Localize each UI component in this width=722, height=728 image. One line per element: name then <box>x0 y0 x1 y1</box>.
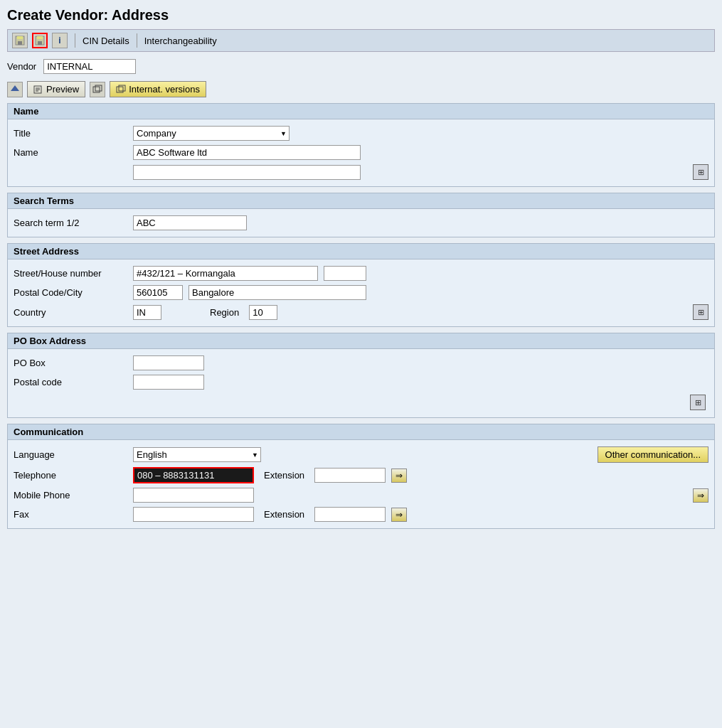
telephone-arrow-btn[interactable]: ⇒ <box>391 469 407 483</box>
mobile-row: Mobile Phone ⇒ <box>14 486 708 505</box>
svg-rect-11 <box>93 87 100 92</box>
action-bar: Preview Internat. versions <box>7 81 715 97</box>
fax-extension-input[interactable] <box>314 507 386 522</box>
title-row: Title Company Mr. Mrs. Dr. <box>14 124 708 143</box>
communication-header: Communication <box>8 424 714 440</box>
extension-input-tel[interactable] <box>314 468 386 483</box>
search-term-row: Search term 1/2 <box>14 213 708 232</box>
telephone-row: Telephone Extension ⇒ <box>14 465 708 486</box>
extension-label-tel: Extension <box>264 470 304 481</box>
name-section-body: Title Company Mr. Mrs. Dr. Name ⊞ <box>8 119 714 186</box>
internat-icon <box>116 85 126 95</box>
vendor-row: Vendor <box>7 59 715 74</box>
search-terms-header: Search Terms <box>8 193 714 209</box>
search-term-input[interactable] <box>133 215 247 230</box>
po-box-label: PO Box <box>14 358 127 368</box>
street-house-input[interactable] <box>324 266 366 281</box>
svg-marker-6 <box>11 85 19 91</box>
language-label: Language <box>14 449 127 460</box>
search-terms-section: Search Terms Search term 1/2 <box>7 193 715 237</box>
nav-icon[interactable] <box>7 82 23 97</box>
street-row: Street/House number <box>14 264 708 283</box>
communication-section: Communication Language English German Fr… <box>7 424 715 529</box>
communication-body: Language English German French Other com… <box>8 440 714 528</box>
toolbar-separator <box>75 33 75 48</box>
street-label: Street/House number <box>14 268 127 279</box>
search-terms-body: Search term 1/2 <box>8 209 714 237</box>
vendor-input[interactable] <box>43 59 136 74</box>
icon2[interactable] <box>90 82 105 97</box>
svg-rect-13 <box>117 87 123 92</box>
preview-label: Preview <box>46 84 79 95</box>
title-select-wrapper[interactable]: Company Mr. Mrs. Dr. <box>133 126 290 141</box>
main-container: Create Vendor: Address i CIN Details Int… <box>0 0 722 728</box>
preview-icon <box>33 85 43 95</box>
other-communication-button[interactable]: Other communication... <box>598 446 708 463</box>
name-section: Name Title Company Mr. Mrs. Dr. Name <box>7 103 715 187</box>
name-row: Name <box>14 143 708 162</box>
postal-code-po-input[interactable] <box>133 375 204 390</box>
fax-label: Fax <box>14 509 127 520</box>
region-input[interactable] <box>249 305 277 320</box>
name-input-2[interactable] <box>133 165 361 180</box>
fax-arrow-btn[interactable]: ⇒ <box>391 508 407 522</box>
svg-rect-1 <box>17 36 23 39</box>
postal-city-label: Postal Code/City <box>14 287 127 298</box>
postal-code-input[interactable] <box>133 285 183 300</box>
telephone-label: Telephone <box>14 470 127 481</box>
postal-code-row: Postal code <box>14 373 708 392</box>
telephone-input[interactable] <box>133 467 254 483</box>
street-address-body: Street/House number Postal Code/City Cou… <box>8 259 714 326</box>
info-icon[interactable]: i <box>52 33 68 48</box>
po-box-row: PO Box <box>14 353 708 373</box>
po-box-expand-row: ⊞ <box>14 392 708 413</box>
interchangeability-menu[interactable]: Interchangeability <box>144 36 217 46</box>
mobile-arrow-btn[interactable]: ⇒ <box>693 488 708 503</box>
preview-button[interactable]: Preview <box>27 81 85 97</box>
svg-rect-5 <box>38 41 42 45</box>
po-box-expand-btn[interactable]: ⊞ <box>690 395 706 410</box>
svg-rect-12 <box>95 85 102 91</box>
name-expand-btn[interactable]: ⊞ <box>693 164 708 180</box>
language-select[interactable]: English German French <box>133 447 261 462</box>
internat-versions-button[interactable]: Internat. versions <box>110 81 206 97</box>
cin-details-menu[interactable]: CIN Details <box>83 36 129 46</box>
language-select-wrapper[interactable]: English German French <box>133 447 261 462</box>
region-label: Region <box>210 307 239 318</box>
city-input[interactable] <box>189 285 366 300</box>
street-address-header: Street Address <box>8 244 714 259</box>
page-title: Create Vendor: Address <box>7 7 715 23</box>
fax-input[interactable] <box>133 507 254 522</box>
country-input[interactable] <box>133 305 161 320</box>
po-box-input[interactable] <box>133 355 204 370</box>
mobile-label: Mobile Phone <box>14 490 127 500</box>
name-section-header: Name <box>8 104 714 119</box>
name-row2: ⊞ <box>14 162 708 182</box>
search-term-label: Search term 1/2 <box>14 218 127 228</box>
country-row: Country Region ⊞ <box>14 302 708 322</box>
save-icon[interactable] <box>12 33 28 48</box>
svg-rect-2 <box>18 41 22 45</box>
vendor-label: Vendor <box>7 61 36 72</box>
svg-rect-14 <box>119 85 125 91</box>
toolbar: i CIN Details Interchangeability <box>7 29 715 52</box>
street-input[interactable] <box>133 266 318 281</box>
language-row: Language English German French Other com… <box>14 444 708 465</box>
name-label: Name <box>14 147 127 158</box>
title-label: Title <box>14 128 127 139</box>
edit-icon[interactable] <box>32 33 48 48</box>
street-address-section: Street Address Street/House number Posta… <box>7 243 715 327</box>
fax-row: Fax Extension ⇒ <box>14 505 708 524</box>
po-box-section: PO Box Address PO Box Postal code ⊞ <box>7 333 715 418</box>
name-input-1[interactable] <box>133 145 361 160</box>
mobile-input[interactable] <box>133 488 254 503</box>
fax-extension-label: Extension <box>264 509 304 520</box>
toolbar-separator2 <box>137 33 137 48</box>
country-expand-btn[interactable]: ⊞ <box>693 304 708 320</box>
country-label: Country <box>14 307 127 318</box>
po-box-header: PO Box Address <box>8 333 714 349</box>
internat-label: Internat. versions <box>129 84 200 95</box>
po-box-body: PO Box Postal code ⊞ <box>8 349 714 417</box>
title-select[interactable]: Company Mr. Mrs. Dr. <box>133 126 290 141</box>
postal-city-row: Postal Code/City <box>14 283 708 302</box>
